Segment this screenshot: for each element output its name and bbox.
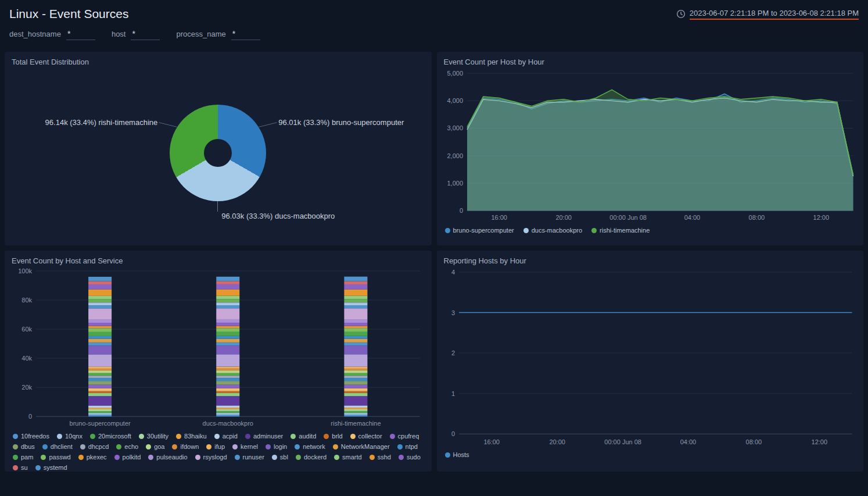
legend-item-10freedos[interactable]: 10freedos: [13, 433, 49, 440]
legend-item-acpid[interactable]: acpid: [214, 433, 238, 440]
bar-segment: [344, 405, 367, 408]
legend-item-su[interactable]: su: [13, 464, 28, 471]
legend-item-dhcpcd[interactable]: dhcpcd: [80, 443, 109, 450]
legend-dot: [370, 455, 375, 460]
bar-segment: [344, 370, 367, 373]
legend-item-20microsoft[interactable]: 20microsoft: [90, 433, 131, 440]
filter-host-label: host: [112, 30, 126, 38]
legend-item-dbus[interactable]: dbus: [13, 443, 35, 450]
legend-dot: [445, 452, 450, 458]
bar-segment: [216, 289, 239, 295]
bar-segment: [88, 415, 112, 416]
legend-dot: [232, 444, 238, 449]
legend-dot: [148, 455, 153, 460]
legend-item-login[interactable]: login: [266, 443, 287, 450]
legend-item-ifdown[interactable]: ifdown: [172, 443, 199, 450]
bar-segment: [344, 393, 367, 397]
bar-segment: [88, 342, 112, 346]
legend-item-sudo[interactable]: sudo: [399, 454, 421, 461]
legend-label: acpid: [223, 433, 238, 440]
y-axis-tick-label: 0: [28, 413, 32, 420]
legend-dot: [172, 444, 177, 449]
legend-label: pkexec: [87, 454, 107, 461]
bar-segment: [88, 332, 112, 336]
filter-dest-hostname-input[interactable]: [66, 29, 95, 40]
panel-grid: Total Event Distribution 96.14k (33.4%) …: [0, 52, 868, 476]
bar-segment: [216, 408, 239, 409]
donut-pie[interactable]: [170, 105, 266, 201]
legend-item-ducs-macbookpro[interactable]: ducs-macbookpro: [523, 227, 582, 234]
legend-dot: [214, 434, 220, 439]
legend-item-smartd[interactable]: smartd: [334, 454, 362, 461]
filter-process-name-label: process_name: [176, 30, 225, 38]
bar-segment: [344, 284, 367, 290]
area-chart-legend: bruno-supercomputerducs-macbookprorishi-…: [444, 227, 857, 234]
legend-item-polkitd[interactable]: polkitd: [114, 454, 141, 461]
x-axis-tick-label: 20:00: [555, 214, 572, 221]
bar-segment: [216, 381, 239, 385]
legend-dot: [523, 228, 529, 233]
legend-item-pam[interactable]: pam: [13, 454, 33, 461]
legend-item-pkexec[interactable]: pkexec: [78, 454, 107, 461]
legend-item-10qnx[interactable]: 10qnx: [57, 433, 83, 440]
bar-segment: [88, 326, 112, 329]
bar-segment: [216, 328, 239, 332]
legend-dot: [350, 434, 356, 439]
filter-host-input[interactable]: [131, 29, 160, 40]
legend-dot: [295, 444, 300, 449]
legend-item-kernel[interactable]: kernel: [232, 443, 258, 450]
bar-segment: [88, 393, 112, 397]
bar-segment: [216, 385, 239, 388]
bar-segment: [216, 376, 239, 379]
legend-item-adminuser[interactable]: adminuser: [245, 433, 283, 440]
legend-item-echo[interactable]: echo: [116, 443, 138, 450]
legend-item-passwd[interactable]: passwd: [41, 454, 70, 461]
bar-segment: [344, 336, 367, 339]
legend-dot: [90, 434, 95, 439]
legend-item-brld[interactable]: brld: [324, 433, 342, 440]
legend-item-rsyslogd[interactable]: rsyslogd: [195, 454, 227, 461]
bar-segment: [88, 354, 112, 366]
legend-item-network[interactable]: network: [295, 443, 325, 450]
legend-item-dhclient[interactable]: dhclient: [42, 443, 73, 450]
bar-segment: [344, 332, 367, 336]
legend-item-sbl[interactable]: sbl: [272, 454, 288, 461]
line-chart-legend: Hosts: [444, 451, 857, 458]
legend-dot: [42, 444, 48, 449]
time-range-text: 2023-06-07 2:21:18 PM to 2023-06-08 2:21…: [690, 9, 859, 20]
legend-item-Hosts[interactable]: Hosts: [445, 451, 469, 458]
time-range-picker[interactable]: 2023-06-07 2:21:18 PM to 2023-06-08 2:21…: [676, 9, 859, 20]
legend-label: adminuser: [253, 433, 283, 440]
legend-item-bruno-supercomputer[interactable]: bruno-supercomputer: [445, 227, 514, 234]
legend-label: rsyslogd: [203, 454, 227, 461]
legend-label: 83haiku: [184, 433, 207, 440]
legend-item-ifup[interactable]: ifup: [206, 443, 225, 450]
legend-label: dbus: [21, 443, 35, 450]
bar-segment: [344, 367, 367, 369]
legend-label: cpufreq: [398, 433, 419, 440]
legend-item-30utility[interactable]: 30utility: [139, 433, 168, 440]
legend-item-collector[interactable]: collector: [350, 433, 382, 440]
bar-segment: [344, 345, 367, 354]
legend-item-sshd[interactable]: sshd: [370, 454, 391, 461]
bar-segment: [344, 319, 367, 323]
legend-dot: [35, 465, 41, 470]
legend-item-auditd[interactable]: auditd: [290, 433, 316, 440]
x-axis-tick-label: 12:00: [811, 438, 827, 445]
legend-item-rishi-timemachine[interactable]: rishi-timemachine: [591, 227, 650, 234]
legend-item-ntpd[interactable]: ntpd: [397, 443, 418, 450]
legend-item-runuser[interactable]: runuser: [235, 454, 264, 461]
legend-label: smartd: [342, 454, 362, 461]
legend-item-cpufreq[interactable]: cpufreq: [390, 433, 419, 440]
legend-item-systemd[interactable]: systemd: [35, 464, 67, 471]
legend-item-goa[interactable]: goa: [146, 443, 164, 450]
legend-dot: [13, 444, 18, 449]
filter-process-name-input[interactable]: [231, 29, 260, 40]
legend-item-dockerd[interactable]: dockerd: [296, 454, 327, 461]
legend-item-pulseaudio[interactable]: pulseaudio: [148, 454, 187, 461]
legend-item-NetworkManager[interactable]: NetworkManager: [333, 443, 390, 450]
legend-item-83haiku[interactable]: 83haiku: [176, 433, 207, 440]
pie-label-rishi-timemachine: 96.14k (33.4%) rishi-timemachine: [45, 118, 158, 127]
legend-label: passwd: [49, 454, 70, 461]
x-axis-tick-label: 20:00: [549, 438, 565, 445]
